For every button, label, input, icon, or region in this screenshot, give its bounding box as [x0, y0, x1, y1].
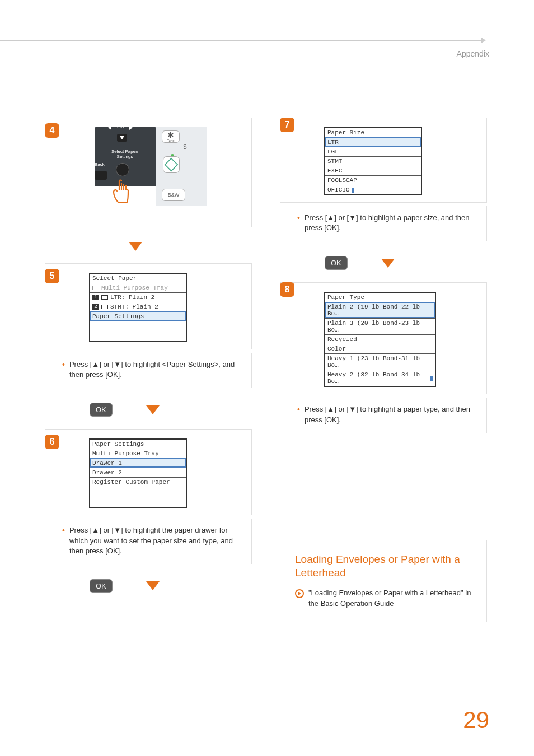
bw-key: B&W — [162, 189, 185, 201]
lcd-row: STMT — [325, 156, 421, 166]
page-number: 29 — [463, 707, 489, 734]
lcd-row-stmt: 2 STMT: Plain 2 — [90, 302, 186, 311]
tone-key: ✱ Tone — [162, 130, 180, 143]
lcd-row: LGL — [325, 147, 421, 156]
instruction-text: Press [▲] or [▼] to highlight a paper ty… — [305, 404, 477, 424]
lcd-row: OFICIO — [325, 185, 421, 194]
lcd-row: Heavy 2 (32 lb Bond-34 lb Bo… — [325, 370, 435, 386]
step-8-instruction: • Press [▲] or [▼] to highlight a paper … — [280, 398, 487, 433]
lcd-title: Paper Type — [325, 293, 435, 302]
step-7-instruction: • Press [▲] or [▼] to highlight a paper … — [280, 206, 487, 241]
lcd-row-paper-settings: Paper Settings — [90, 311, 186, 321]
header-rule — [0, 40, 481, 41]
flow-arrow-icon — [146, 581, 160, 590]
ok-flow-row: OK — [325, 256, 487, 270]
lcd-row-mp-tray: Multi-Purpose Tray — [90, 283, 186, 292]
step-7: 7 Paper Size LTR LGL STMT EXEC FOOLSCAP … — [280, 118, 487, 241]
step-4: 4 OK Select Paper/ Settings Back — [45, 118, 252, 227]
s-label: S — [183, 144, 187, 150]
step-badge-4: 4 — [45, 123, 59, 138]
step-badge-8: 8 — [280, 282, 294, 297]
lcd-paper-settings: Paper Settings Multi-Purpose Tray Drawer… — [89, 438, 187, 508]
ok-key-icon: OK — [90, 403, 113, 417]
tray-icon — [101, 295, 108, 300]
step-7-illustration: Paper Size LTR LGL STMT EXEC FOOLSCAP OF… — [280, 118, 487, 203]
control-panel-figure: OK Select Paper/ Settings Back ✱ Tone — [95, 127, 207, 206]
bullet-icon: • — [297, 404, 300, 424]
instruction-text: Press [▲] or [▼] to highlight the paper … — [69, 525, 242, 556]
lcd-row: FOOLSCAP — [325, 175, 421, 185]
flow-arrow-icon — [129, 242, 142, 251]
back-button-icon — [95, 171, 107, 180]
step-5: 5 Select Paper Multi-Purpose Tray 1 LTR:… — [45, 263, 252, 388]
lcd-row-plain2: Plain 2 (19 lb Bond-22 lb Bo… — [325, 302, 435, 318]
step-8: 8 Paper Type Plain 2 (19 lb Bond-22 lb B… — [280, 282, 487, 433]
ok-flow-row: OK — [90, 403, 252, 417]
bullet-icon: • — [297, 213, 300, 233]
lcd-row: Register Custom Paper — [90, 477, 186, 487]
lcd-text: Multi-Purpose Tray — [101, 284, 168, 291]
lcd-row: Recycled — [325, 334, 435, 344]
right-column: 7 Paper Size LTR LGL STMT EXEC FOOLSCAP … — [280, 118, 487, 622]
drawer-1-icon: 1 — [92, 295, 99, 300]
diamond-start-icon — [163, 157, 179, 172]
step-badge-7: 7 — [280, 118, 294, 132]
panel-ok-label: OK — [117, 124, 124, 129]
lcd-text: LTR: Plain 2 — [110, 294, 154, 301]
lcd-text: STMT: Plain 2 — [110, 304, 158, 310]
lcd-row: Plain 3 (20 lb Bond-23 lb Bo… — [325, 318, 435, 334]
center-round-button-icon — [116, 163, 129, 176]
ok-flow-row: OK — [90, 579, 252, 593]
instruction-text: Press [▲] or [▼] to highlight a paper si… — [305, 213, 477, 233]
tray-icon — [101, 305, 108, 309]
left-arrow-icon — [108, 125, 111, 130]
lcd-row-drawer1: Drawer 1 — [90, 458, 186, 468]
reference-arrow-icon — [295, 589, 304, 598]
lcd-row-ltr: LTR — [325, 137, 421, 147]
flow-arrow-icon — [381, 259, 395, 268]
lcd-title: Select Paper — [90, 274, 186, 283]
step-6: 6 Paper Settings Multi-Purpose Tray Draw… — [45, 429, 252, 564]
left-column: 4 OK Select Paper/ Settings Back — [45, 118, 252, 622]
lcd-paper-type: Paper Type Plain 2 (19 lb Bond-22 lb Bo…… — [324, 292, 436, 387]
lcd-title: Paper Settings — [90, 440, 186, 449]
header-section-label: Appendix — [457, 49, 489, 58]
header-arrow-icon — [481, 38, 486, 43]
ok-key-icon: OK — [90, 579, 113, 593]
step-6-illustration: Paper Settings Multi-Purpose Tray Drawer… — [45, 429, 252, 515]
lcd-row-ltr: 1 LTR: Plain 2 — [90, 292, 186, 302]
scroll-indicator-icon — [352, 188, 354, 193]
bullet-icon: • — [62, 525, 65, 556]
lcd-row: Drawer 2 — [90, 468, 186, 477]
step-4-illustration: OK Select Paper/ Settings Back ✱ Tone — [45, 118, 252, 227]
step-8-illustration: Paper Type Plain 2 (19 lb Bond-22 lb Bo…… — [280, 282, 487, 394]
bullet-icon: • — [62, 360, 65, 380]
panel-dark-area: OK Select Paper/ Settings Back — [95, 127, 156, 186]
ok-key-icon: OK — [325, 256, 348, 270]
start-key-icon — [163, 156, 180, 173]
back-label: Back — [95, 162, 105, 167]
callout-text: "Loading Envelopes or Paper with a Lette… — [308, 588, 474, 609]
step-6-instruction: • Press [▲] or [▼] to highlight the pape… — [45, 519, 252, 564]
lcd-title: Paper Size — [325, 128, 421, 137]
lcd-text: OFICIO — [327, 186, 350, 193]
asterisk-icon: ✱ — [167, 131, 174, 139]
lcd-row: EXEC — [325, 166, 421, 175]
lcd-row-empty — [90, 487, 186, 507]
lcd-paper-size: Paper Size LTR LGL STMT EXEC FOOLSCAP OF… — [324, 127, 422, 195]
tone-label: Tone — [167, 139, 174, 142]
step-badge-6: 6 — [45, 435, 59, 449]
callout-title: Loading Envelopes or Paper with a Letter… — [295, 553, 474, 580]
scroll-indicator-icon — [430, 376, 433, 381]
step-5-instruction: • Press [▲] or [▼] to highlight <Paper S… — [45, 353, 252, 388]
lcd-row: Multi-Purpose Tray — [90, 449, 186, 458]
down-arrow-key-icon — [117, 134, 127, 142]
press-hand-icon — [110, 179, 133, 206]
tray-icon — [92, 286, 99, 290]
lcd-text: Heavy 2 (32 lb Bond-34 lb Bo… — [327, 371, 428, 385]
step-5-illustration: Select Paper Multi-Purpose Tray 1 LTR: P… — [45, 263, 252, 349]
right-arrow-icon — [129, 125, 133, 130]
drawer-2-icon: 2 — [92, 304, 99, 310]
flow-arrow-icon — [146, 405, 160, 414]
step-badge-5: 5 — [45, 269, 59, 283]
